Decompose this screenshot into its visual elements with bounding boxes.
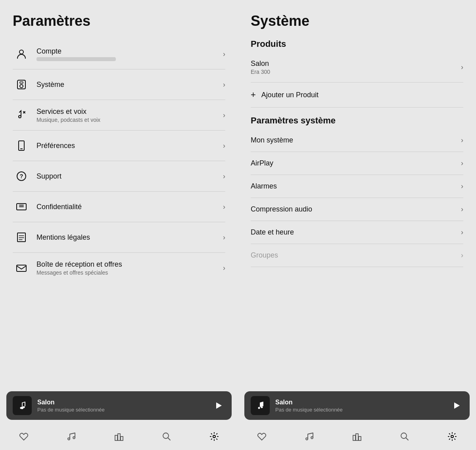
plus-icon: + — [251, 90, 256, 100]
svg-rect-24 — [118, 434, 120, 440]
svg-point-0 — [19, 50, 23, 54]
menu-item-boite[interactable]: Boîte de réception et offres Messages et… — [13, 253, 225, 283]
left-title: Paramètres — [13, 13, 225, 29]
svg-point-21 — [68, 438, 70, 440]
book-icon — [13, 229, 30, 246]
salon-product-label: Salon — [251, 60, 458, 68]
left-nav-music[interactable] — [63, 428, 80, 445]
left-nav-search[interactable] — [158, 428, 175, 445]
right-nav-search[interactable] — [396, 428, 413, 445]
left-play-button[interactable] — [211, 398, 225, 413]
svg-point-2 — [20, 85, 23, 88]
alarmes-label: Alarmes — [251, 182, 458, 190]
airplay-arrow: › — [461, 159, 463, 167]
svg-point-30 — [261, 406, 263, 408]
right-now-playing-text: Salon Pas de musique sélectionnée — [275, 399, 449, 413]
svg-rect-13 — [17, 233, 25, 242]
svg-line-38 — [406, 438, 408, 440]
preferences-text: Préférences — [36, 142, 220, 150]
salon-product-arrow: › — [461, 63, 463, 71]
compte-label: Compte — [36, 47, 220, 56]
param-airplay[interactable]: AirPlay › — [251, 152, 463, 175]
left-bottom-nav — [0, 425, 238, 450]
param-alarmes[interactable]: Alarmes › — [251, 175, 463, 198]
svg-rect-34 — [353, 435, 355, 440]
services-arrow: › — [223, 111, 225, 119]
param-date-heure[interactable]: Date et heure › — [251, 221, 463, 244]
compression-arrow: › — [461, 205, 463, 213]
left-now-playing-subtitle: Pas de musique sélectionnée — [37, 407, 211, 413]
right-nav-settings[interactable] — [443, 428, 461, 445]
envelope-icon — [13, 259, 30, 277]
mentions-text: Mentions légales — [36, 233, 220, 242]
param-mon-systeme[interactable]: Mon système › — [251, 129, 463, 152]
right-nav-favorites[interactable] — [253, 428, 271, 445]
menu-item-support[interactable]: ? Support › — [13, 161, 225, 192]
svg-rect-36 — [359, 437, 361, 440]
groupes-arrow: › — [461, 251, 463, 260]
menu-item-systeme[interactable]: Système › — [13, 69, 225, 100]
alarmes-arrow: › — [461, 182, 463, 190]
preferences-label: Préférences — [36, 142, 220, 150]
date-heure-arrow: › — [461, 228, 463, 237]
mentions-label: Mentions légales — [36, 233, 220, 242]
left-nav-settings[interactable] — [205, 428, 223, 445]
airplay-label: AirPlay — [251, 159, 458, 167]
product-salon[interactable]: Salon Era 300 › — [251, 52, 463, 83]
svg-point-18 — [20, 407, 22, 409]
menu-item-confidentialite[interactable]: Confidentialité › — [13, 192, 225, 222]
add-product[interactable]: + Ajouter un Produit — [251, 83, 463, 108]
mentions-arrow: › — [223, 233, 225, 242]
compression-label: Compression audio — [251, 205, 458, 213]
left-now-playing-icon — [13, 396, 32, 415]
salon-product-text: Salon Era 300 — [251, 60, 458, 75]
left-nav-rooms[interactable] — [110, 428, 128, 445]
boite-label: Boîte de réception et offres — [36, 260, 220, 269]
services-subtitle: Musique, podcasts et voix — [36, 117, 220, 123]
right-panel: Système Produits Salon Era 300 › + Ajout… — [238, 0, 476, 450]
add-product-label: Ajouter un Produit — [261, 91, 319, 99]
right-nav-music[interactable] — [301, 428, 318, 445]
left-now-playing[interactable]: Salon Pas de musique sélectionnée — [6, 391, 232, 420]
date-heure-label: Date et heure — [251, 228, 458, 237]
svg-point-29 — [258, 407, 260, 409]
params-heading: Paramètres système — [251, 115, 463, 126]
compression-text: Compression audio — [251, 205, 458, 213]
right-now-playing[interactable]: Salon Pas de musique sélectionnée — [244, 391, 470, 420]
svg-point-33 — [311, 437, 313, 439]
compte-text: Compte — [36, 47, 220, 61]
mon-systeme-label: Mon système — [251, 136, 458, 144]
services-label: Services et voix — [36, 108, 220, 116]
svg-rect-35 — [356, 434, 358, 440]
menu-item-preferences[interactable]: Préférences › — [13, 131, 225, 161]
display-icon — [13, 198, 30, 215]
right-play-button[interactable] — [449, 398, 463, 413]
confidentialite-label: Confidentialité — [36, 203, 220, 211]
right-nav-rooms[interactable] — [348, 428, 366, 445]
svg-marker-31 — [454, 402, 460, 409]
svg-point-28 — [213, 435, 215, 438]
svg-point-4 — [19, 115, 21, 118]
boite-subtitle: Messages et offres spéciales — [36, 269, 220, 276]
groupes-text: Groupes — [251, 251, 458, 260]
right-title: Système — [251, 13, 463, 29]
svg-rect-3 — [20, 82, 23, 83]
preferences-arrow: › — [223, 142, 225, 150]
right-bottom-nav — [238, 425, 476, 450]
menu-item-services[interactable]: Services et voix Musique, podcasts et vo… — [13, 100, 225, 131]
param-compression[interactable]: Compression audio › — [251, 198, 463, 221]
left-now-playing-text: Salon Pas de musique sélectionnée — [37, 399, 211, 413]
person-icon — [13, 45, 30, 63]
phone-icon — [13, 137, 30, 154]
confidentialite-text: Confidentialité — [36, 203, 220, 211]
account-bar — [36, 57, 116, 61]
menu-item-mentions[interactable]: Mentions légales › — [13, 222, 225, 253]
menu-item-compte[interactable]: Compte › — [13, 39, 225, 69]
left-now-playing-room: Salon — [37, 399, 211, 406]
produits-heading: Produits — [251, 39, 463, 49]
mon-systeme-arrow: › — [461, 136, 463, 144]
param-groupes[interactable]: Groupes › — [251, 244, 463, 267]
speaker-icon — [13, 76, 30, 93]
date-heure-text: Date et heure — [251, 228, 458, 237]
left-nav-favorites[interactable] — [15, 428, 33, 445]
